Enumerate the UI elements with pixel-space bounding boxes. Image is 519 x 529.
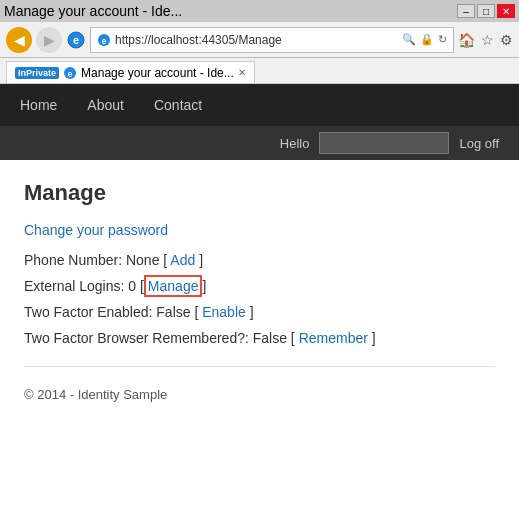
search-icon: 🔍 bbox=[402, 33, 416, 46]
add-phone-link[interactable]: Add bbox=[170, 252, 195, 268]
settings-icon[interactable]: ⚙ bbox=[500, 32, 513, 48]
refresh-icon: ↻ bbox=[438, 33, 447, 46]
close-button[interactable]: ✕ bbox=[497, 4, 515, 18]
nav-home[interactable]: Home bbox=[20, 97, 57, 113]
nav-bar: Home About Contact bbox=[0, 84, 519, 126]
logoff-link[interactable]: Log off bbox=[459, 136, 499, 151]
active-tab[interactable]: InPrivate e Manage your account - Ide...… bbox=[6, 61, 255, 83]
window-controls: – □ ✕ bbox=[457, 4, 515, 18]
twofactor-label: Two Factor Enabled: False [ bbox=[24, 304, 198, 320]
browser-end: ] bbox=[372, 330, 376, 346]
tab-favicon: e bbox=[63, 66, 77, 80]
username-input[interactable] bbox=[319, 132, 449, 154]
minimize-button[interactable]: – bbox=[457, 4, 475, 18]
user-bar: Hello Log off bbox=[0, 126, 519, 160]
ie-logo: e bbox=[66, 30, 86, 50]
remember-browser-link[interactable]: Remember bbox=[299, 330, 368, 346]
footer-divider bbox=[24, 366, 495, 367]
home-icon[interactable]: 🏠 bbox=[458, 32, 475, 48]
browser-remember-label: Two Factor Browser Remembered?: False [ bbox=[24, 330, 295, 346]
tab-title: Manage your account - Ide... bbox=[81, 66, 234, 80]
forward-button[interactable]: ▶ bbox=[36, 27, 62, 53]
address-bar: ◀ ▶ e e https://localhost:44305/Manage 🔍… bbox=[0, 22, 519, 58]
enable-twofactor-link[interactable]: Enable bbox=[202, 304, 246, 320]
url-text: https://localhost:44305/Manage bbox=[115, 33, 398, 47]
change-password-link[interactable]: Change your password bbox=[24, 222, 495, 238]
twofactor-row: Two Factor Enabled: False [ Enable ] bbox=[24, 304, 495, 320]
page-title: Manage bbox=[24, 180, 495, 206]
inprivate-badge: InPrivate bbox=[15, 67, 59, 79]
svg-text:e: e bbox=[68, 69, 73, 79]
phone-row: Phone Number: None [ Add ] bbox=[24, 252, 495, 268]
lock-icon: 🔒 bbox=[420, 33, 434, 46]
external-logins-label: External Logins: 0 [ bbox=[24, 278, 144, 294]
page-content: Manage Change your password Phone Number… bbox=[0, 160, 519, 422]
external-logins-row: External Logins: 0 [Manage] bbox=[24, 278, 495, 294]
browser-remember-row: Two Factor Browser Remembered?: False [ … bbox=[24, 330, 495, 346]
twofactor-end: ] bbox=[250, 304, 254, 320]
manage-logins-box: Manage bbox=[144, 275, 203, 297]
manage-logins-link[interactable]: Manage bbox=[148, 278, 199, 294]
svg-text:e: e bbox=[101, 36, 106, 46]
hello-label: Hello bbox=[280, 136, 310, 151]
external-end: ] bbox=[202, 278, 206, 294]
url-icons: 🔍 🔒 ↻ bbox=[402, 33, 447, 46]
favorites-icon[interactable]: ☆ bbox=[481, 32, 494, 48]
footer: © 2014 - Identity Sample bbox=[24, 387, 495, 402]
url-box[interactable]: e https://localhost:44305/Manage 🔍 🔒 ↻ bbox=[90, 27, 454, 53]
back-button[interactable]: ◀ bbox=[6, 27, 32, 53]
nav-about[interactable]: About bbox=[87, 97, 124, 113]
toolbar-icons: 🏠 ☆ ⚙ bbox=[458, 32, 513, 48]
phone-label: Phone Number: None [ bbox=[24, 252, 167, 268]
site-icon: e bbox=[97, 33, 111, 47]
maximize-button[interactable]: □ bbox=[477, 4, 495, 18]
svg-text:e: e bbox=[73, 34, 79, 46]
nav-contact[interactable]: Contact bbox=[154, 97, 202, 113]
title-bar: Manage your account - Ide... – □ ✕ bbox=[0, 0, 519, 22]
tab-close-button[interactable]: ✕ bbox=[238, 67, 246, 78]
phone-end: ] bbox=[199, 252, 203, 268]
tab-bar: InPrivate e Manage your account - Ide...… bbox=[0, 58, 519, 84]
window-title: Manage your account - Ide... bbox=[4, 3, 182, 19]
